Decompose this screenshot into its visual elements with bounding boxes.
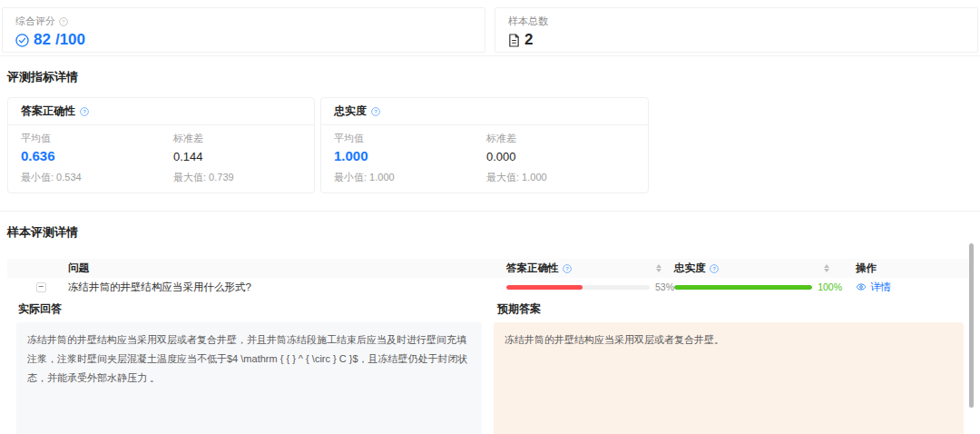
- metric-card-faithfulness-header: 忠实度 ?: [321, 98, 648, 125]
- std-label: 标准差: [173, 132, 301, 145]
- expected-answer-text: 冻结井筒的井壁结构应当采用双层或者复合井壁。: [494, 322, 964, 434]
- divider: [0, 55, 980, 56]
- expected-answer-title: 预期答案: [497, 301, 964, 317]
- summary-row: 综合评分 ? 82/100 样本总数 2: [0, 0, 980, 53]
- help-icon[interactable]: ?: [80, 107, 89, 116]
- evaluation-report-page: 综合评分 ? 82/100 样本总数 2: [0, 0, 980, 434]
- divider: [0, 211, 980, 212]
- detail-link-label: 详情: [870, 281, 891, 294]
- check-circle-icon: [15, 34, 29, 47]
- min-value: 最小值: 1.000: [334, 171, 486, 184]
- overall-score-suffix: /100: [55, 31, 85, 49]
- header-action-cell: 操作: [842, 261, 973, 275]
- mean-value: 1.000: [334, 148, 486, 163]
- question-cell: 冻结井筒的井壁结构应当采用什么形式?: [68, 281, 506, 294]
- correctness-progress-bar: [506, 285, 650, 290]
- overall-score-value: 82: [34, 31, 51, 49]
- actual-answer-column: 实际回答 冻结井筒的井壁结构应当采用双层或者复合井壁，并且井筒冻结段施工结束后应…: [15, 298, 482, 434]
- overall-score-label-row: 综合评分 ?: [15, 15, 472, 28]
- actual-answer-title: 实际回答: [18, 301, 482, 317]
- eye-icon: [856, 281, 867, 292]
- metric-card-faithfulness-body: 平均值 1.000 标准差 0.000 最小值: 1.000 最大值: 1.00…: [321, 125, 648, 192]
- sample-count-label: 样本总数: [508, 15, 548, 28]
- faithfulness-progress-bar: [674, 285, 812, 290]
- document-icon: [508, 34, 520, 47]
- help-icon[interactable]: ?: [710, 264, 719, 273]
- metric-card-correctness-body: 平均值 0.636 标准差 0.144 最小值: 0.534 最大值: 0.73…: [8, 125, 314, 192]
- svg-text:?: ?: [374, 109, 377, 114]
- svg-text:?: ?: [565, 266, 569, 271]
- mean-label: 平均值: [21, 132, 173, 145]
- metrics-section-title: 评测指标详情: [7, 69, 980, 85]
- metric-card-faithfulness: 忠实度 ? 平均值 1.000 标准差 0.000 最小值: [320, 97, 649, 193]
- max-value: 最大值: 0.739: [173, 171, 301, 184]
- correctness-percent: 53%: [655, 281, 674, 292]
- sample-count-card: 样本总数 2: [495, 7, 978, 53]
- svg-text:?: ?: [83, 109, 86, 114]
- metric-cards-row: 答案正确性 ? 平均值 0.636 标准差 0.144 最: [7, 97, 980, 193]
- header-correctness-cell[interactable]: 答案正确性 ?: [506, 261, 674, 275]
- correctness-progress-fill: [506, 285, 583, 290]
- vertical-scrollbar[interactable]: [969, 243, 974, 408]
- action-column-header: 操作: [856, 261, 877, 275]
- sort-icon[interactable]: [656, 264, 662, 272]
- overall-score-card: 综合评分 ? 82/100: [2, 7, 485, 53]
- sample-count-label-row: 样本总数: [508, 15, 965, 28]
- help-icon[interactable]: ?: [59, 17, 68, 26]
- svg-text:?: ?: [712, 266, 716, 271]
- action-cell: 详情: [842, 281, 973, 294]
- min-value: 最小值: 0.534: [21, 171, 173, 184]
- metric-card-correctness-header: 答案正确性 ?: [8, 98, 314, 125]
- sample-count-value-row: 2: [508, 31, 965, 49]
- header-faithfulness-cell[interactable]: 忠实度 ?: [674, 261, 842, 275]
- help-icon[interactable]: ?: [371, 107, 380, 116]
- faithfulness-percent: 100%: [818, 281, 842, 292]
- faithfulness-progress-fill: [674, 285, 812, 290]
- faithfulness-cell: 100%: [674, 281, 842, 292]
- expand-cell: −: [7, 282, 68, 292]
- metric-card-correctness: 答案正确性 ? 平均值 0.636 标准差 0.144 最: [7, 97, 315, 193]
- overall-score-value-row: 82/100: [15, 31, 472, 49]
- collapse-row-button[interactable]: −: [36, 282, 46, 292]
- table-header-row: 问题 答案正确性 ? 忠实度 ?: [7, 259, 973, 278]
- samples-table: 问题 答案正确性 ? 忠实度 ?: [7, 259, 973, 434]
- std-value: 0.144: [173, 148, 301, 163]
- expected-answer-column: 预期答案 冻结井筒的井壁结构应当采用双层或者复合井壁。: [494, 298, 964, 434]
- sort-icon[interactable]: [824, 264, 829, 272]
- actual-answer-text: 冻结井筒的井壁结构应当采用双层或者复合井壁，并且井筒冻结段施工结束后应当及时进行…: [16, 322, 482, 434]
- overall-score-label: 综合评分: [15, 15, 55, 28]
- mean-value: 0.636: [21, 148, 173, 163]
- correctness-column-header: 答案正确性: [506, 261, 559, 275]
- std-value: 0.000: [486, 148, 635, 163]
- metric-name: 忠实度: [334, 104, 367, 119]
- expanded-row-detail: 实际回答 冻结井筒的井壁结构应当采用双层或者复合井壁，并且井筒冻结段施工结束后应…: [15, 298, 965, 434]
- samples-section-title: 样本评测详情: [7, 224, 980, 241]
- header-question-cell: 问题: [68, 261, 506, 275]
- metric-name: 答案正确性: [21, 104, 75, 119]
- sample-count-value: 2: [524, 31, 533, 49]
- question-text: 冻结井筒的井壁结构应当采用什么形式?: [68, 281, 251, 294]
- correctness-cell: 53%: [506, 281, 674, 292]
- table-row: − 冻结井筒的井壁结构应当采用什么形式? 53% 100%: [7, 278, 973, 296]
- max-value: 最大值: 1.000: [486, 171, 635, 184]
- question-column-header: 问题: [68, 261, 89, 275]
- detail-link[interactable]: 详情: [856, 281, 891, 294]
- std-label: 标准差: [486, 132, 635, 145]
- mean-label: 平均值: [334, 132, 486, 145]
- help-icon[interactable]: ?: [563, 264, 572, 273]
- faithfulness-column-header: 忠实度: [674, 261, 706, 275]
- svg-text:?: ?: [62, 19, 65, 25]
